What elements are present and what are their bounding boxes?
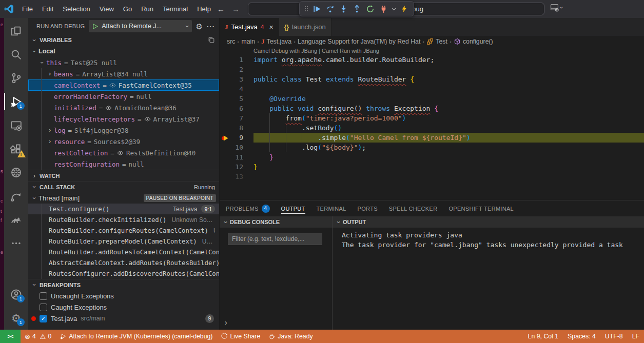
breadcrumb-item[interactable]: Test: [426, 38, 447, 45]
panel-tab-output[interactable]: OUTPUT: [281, 200, 305, 216]
step-into-icon[interactable]: [337, 2, 350, 15]
breadcrumb-item[interactable]: configure(): [454, 38, 493, 45]
code-line-10[interactable]: 10.log("${body}");: [220, 143, 644, 152]
menu-selection[interactable]: Selection: [58, 5, 94, 13]
chevron-down-icon[interactable]: ›: [31, 47, 38, 55]
activity-source-control[interactable]: [4, 66, 28, 90]
activity-more[interactable]: [4, 231, 28, 255]
activity-remote-explorer[interactable]: [4, 113, 28, 137]
step-out-icon[interactable]: [350, 2, 363, 15]
call-stack-section-header[interactable]: › CALL STACK Running: [28, 181, 219, 192]
code-line-11[interactable]: 11}: [220, 152, 644, 162]
code-line-8[interactable]: 8.setBody(): [220, 123, 644, 133]
panel-tab-problems[interactable]: PROBLEMS4: [226, 200, 270, 216]
code-line-7[interactable]: 7from("timer:java?period=1000"): [220, 113, 644, 123]
eol-setting[interactable]: LF: [628, 333, 644, 340]
editor-gutter[interactable]: 12: [220, 162, 253, 172]
activity-search[interactable]: [4, 43, 28, 66]
panel-tab-spell-checker[interactable]: SPELL CHECKER: [389, 200, 438, 216]
menu-help[interactable]: Help: [192, 5, 216, 13]
stack-frame[interactable]: RouteBuilder.configureRoutes(CamelContex…: [28, 225, 219, 236]
lazy-eval-eye-icon[interactable]: [105, 105, 112, 111]
stack-frame[interactable]: RouteBuilder.addRoutesToCamelContext(Cam…: [28, 247, 219, 257]
lazy-eval-eye-icon[interactable]: [117, 150, 124, 156]
step-over-icon[interactable]: [323, 2, 337, 15]
back-arrow-icon[interactable]: ←: [217, 5, 225, 13]
code-line-6[interactable]: 6public void configure() throws Exceptio…: [220, 104, 644, 113]
disconnect-icon[interactable]: [377, 2, 390, 15]
menu-view[interactable]: View: [95, 5, 119, 13]
breadcrumb-item[interactable]: JTest.java: [261, 37, 291, 46]
activity-kubernetes[interactable]: [4, 160, 28, 184]
stack-frame[interactable]: Test.configure()Test.java9:1: [28, 204, 219, 214]
chevron-right-icon[interactable]: ›: [46, 127, 54, 134]
watch-section-header[interactable]: › WATCH: [28, 170, 219, 181]
thread-row[interactable]: › Thread [main] PAUSED ON BREAKPOINT: [28, 192, 219, 204]
variable-row-initialized[interactable]: initialized=AtomicBoolean@36: [28, 102, 219, 113]
activity-run-and-debug[interactable]: 1: [4, 90, 28, 113]
variable-row-lifecycleInterceptors[interactable]: lifecycleInterceptors=ArrayList@37: [28, 113, 219, 125]
continue-icon[interactable]: [310, 2, 323, 15]
editor-gutter[interactable]: 4: [220, 84, 253, 94]
breakpoint-row[interactable]: Caught Exceptions: [28, 301, 219, 313]
variable-row-beans[interactable]: ›beans=ArrayList@34 null: [28, 68, 219, 79]
panel-tab-openshift-terminal[interactable]: OPENSHIFT TERMINAL: [448, 200, 514, 216]
menu-terminal[interactable]: Terminal: [158, 5, 192, 13]
editor-gutter[interactable]: 9: [220, 133, 253, 143]
variable-row-camelContext[interactable]: camelContext=FastCamelContext@35: [28, 79, 219, 91]
menu-file[interactable]: File: [17, 5, 37, 13]
breakpoint-checkbox[interactable]: ✓: [40, 315, 47, 322]
activity-camel[interactable]: [4, 208, 28, 231]
breadcrumb-item[interactable]: Language Support for Java(TM) by Red Hat: [298, 38, 420, 45]
debug-session-status[interactable]: Attach to Remote JVM (Kubernetes) (camel…: [55, 333, 217, 340]
variables-section-header[interactable]: › VARIABLES: [28, 34, 219, 46]
stack-frame[interactable]: RoutesConfigurer.addDiscoveredRoutes(Cam…: [28, 268, 219, 279]
hot-code-replace-icon[interactable]: [397, 2, 411, 15]
stack-frame[interactable]: RouteBuilder.checkInitialized()Unknown S…: [28, 214, 219, 225]
activity-extensions[interactable]: [4, 137, 28, 160]
variable-row-restConfiguration[interactable]: restConfiguration=null: [28, 158, 219, 170]
code-editor[interactable]: Camel Debug with JBang | Camel Run with …: [220, 47, 644, 200]
variable-row-restCollection[interactable]: restCollection=RestsDefinition@40: [28, 147, 219, 158]
editor-gutter[interactable]: 1: [220, 55, 253, 65]
java-status[interactable]: Java: Ready: [264, 333, 317, 340]
editor-gutter[interactable]: 6: [220, 104, 253, 113]
tab-Test-java[interactable]: JTest.java4×: [220, 18, 279, 36]
editor-gutter[interactable]: 10: [220, 143, 253, 152]
breadcrumb-item[interactable]: src: [227, 38, 235, 45]
codelens-actions[interactable]: Camel Debug with JBang | Camel Run with …: [220, 47, 644, 55]
editor-gutter[interactable]: 7: [220, 113, 253, 123]
editor-gutter[interactable]: 11: [220, 152, 253, 162]
live-share-status[interactable]: Live Share: [217, 333, 264, 340]
editor-gutter[interactable]: 5: [220, 94, 253, 104]
menu-go[interactable]: Go: [119, 5, 136, 13]
panel-tab-ports[interactable]: PORTS: [358, 200, 378, 216]
breadcrumb-item[interactable]: main: [241, 38, 255, 45]
breakpoint-checkbox[interactable]: [40, 292, 47, 300]
lazy-eval-eye-icon[interactable]: [109, 82, 116, 89]
launch-config-select[interactable]: Attach to Remote J... ›: [89, 20, 191, 32]
activity-explorer[interactable]: [4, 19, 28, 43]
breakpoint-row[interactable]: ✓Test.javasrc/main9: [28, 313, 219, 324]
stack-frame[interactable]: RouteBuilder.prepareModel(CamelContext)U…: [28, 236, 219, 247]
debug-console-header[interactable]: ›DEBUG CONSOLE: [220, 216, 332, 228]
editor-gutter[interactable]: 13: [220, 172, 253, 181]
variable-row-resource[interactable]: ›resource=Sources$2@39: [28, 136, 219, 147]
code-line-12[interactable]: 12}: [220, 162, 644, 172]
menu-edit[interactable]: Edit: [37, 5, 58, 13]
tab-launch-json[interactable]: {}launch.json: [279, 18, 331, 36]
variable-row-this[interactable]: ›this=Test@25 null: [28, 57, 219, 68]
activity-settings[interactable]: ⚙1: [4, 306, 28, 330]
start-debug-icon[interactable]: [92, 23, 99, 30]
remote-indicator[interactable]: ><: [0, 330, 21, 343]
menu-run[interactable]: Run: [136, 5, 158, 13]
close-icon[interactable]: ×: [269, 23, 274, 31]
collapse-all-icon[interactable]: [208, 36, 215, 44]
code-line-3[interactable]: 3public class Test extends RouteBuilder …: [220, 74, 644, 84]
restart-icon[interactable]: [363, 2, 377, 15]
editor-gutter[interactable]: 2: [220, 65, 253, 74]
editor-gutter[interactable]: 3: [220, 74, 253, 84]
code-line-13[interactable]: 13: [220, 172, 644, 181]
variable-row-Local[interactable]: ›Local: [28, 46, 219, 57]
stack-frame[interactable]: AbstractCamelContext.addRoutes(RoutesBui…: [28, 257, 219, 268]
